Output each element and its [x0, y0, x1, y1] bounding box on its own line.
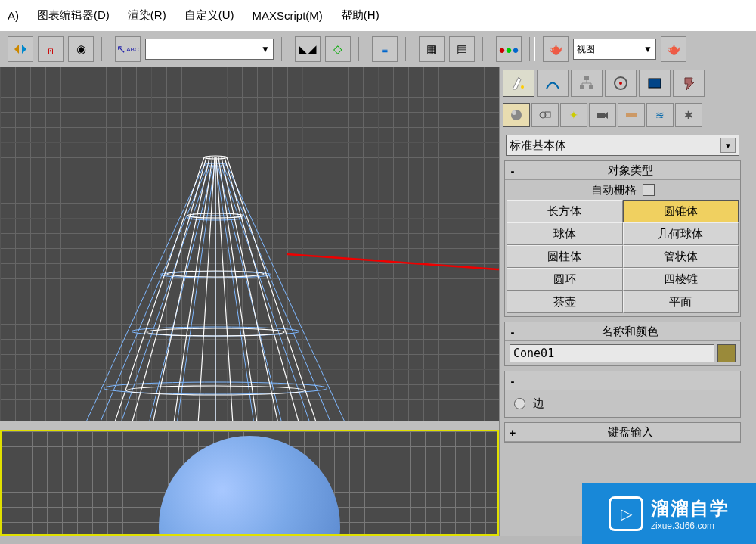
mirror-icon[interactable]: ◣◢: [295, 36, 321, 62]
svg-point-37: [521, 85, 524, 89]
panel-tabs: [500, 67, 745, 100]
autogrid-checkbox[interactable]: [643, 184, 655, 196]
creation-method-rollout: - 边: [504, 371, 741, 418]
selection-set-dropdown[interactable]: ▼: [145, 39, 274, 60]
primitive-cone[interactable]: 圆锥体: [623, 200, 739, 222]
svg-rect-38: [584, 76, 589, 80]
object-type-header[interactable]: - 对象类型: [505, 161, 740, 180]
shapes-tab[interactable]: [531, 103, 559, 127]
snap-icon[interactable]: ◉: [68, 36, 94, 62]
collapse-icon: -: [505, 375, 520, 387]
schematic-icon[interactable]: ▤: [449, 36, 475, 62]
panel-scrollbar[interactable]: [745, 67, 756, 536]
svg-point-49: [512, 110, 516, 115]
radio-edge[interactable]: [514, 398, 525, 409]
menu-item-graph[interactable]: 图表编辑器(D): [37, 8, 110, 23]
motion-tab[interactable]: [605, 70, 637, 97]
chevron-down-icon: ▼: [720, 138, 736, 153]
primitive-teapot[interactable]: 茶壶: [507, 291, 623, 313]
svg-line-22: [222, 157, 284, 421]
display-tab[interactable]: [639, 70, 671, 97]
menu-item-help[interactable]: 帮助(H): [341, 8, 380, 23]
menu-item-render[interactable]: 渲染(R): [128, 8, 166, 23]
primitive-box[interactable]: 长方体: [507, 200, 623, 222]
viewport-front[interactable]: x y x: [0, 67, 499, 421]
watermark: ▷ 溜溜自学 zixue.3d66.com: [582, 483, 756, 544]
align-icon[interactable]: ◇: [325, 36, 351, 62]
svg-rect-39: [580, 85, 584, 89]
curve-editor-icon[interactable]: ▦: [419, 36, 445, 62]
magnet-icon[interactable]: ⩀: [38, 36, 64, 62]
object-type-rollout: - 对象类型 自动栅格 长方体 圆锥体 球体 几何球体 圆柱体 管状体 圆环 四…: [504, 160, 741, 317]
hierarchy-tab[interactable]: [571, 70, 603, 97]
primitive-cylinder[interactable]: 圆柱体: [507, 245, 623, 268]
radio-edge-label: 边: [533, 396, 544, 411]
svg-point-46: [619, 82, 622, 85]
color-swatch[interactable]: [717, 344, 736, 362]
menu-item-maxscript[interactable]: MAXScript(M): [252, 9, 322, 22]
primitive-pyramid[interactable]: 四棱锥: [623, 268, 739, 291]
spacewarps-tab[interactable]: ≋: [646, 103, 674, 127]
menu-bar: A) 图表编辑器(D) 渲染(R) 自定义(U) MAXScript(M) 帮助…: [0, 0, 756, 31]
primitive-geosphere[interactable]: 几何球体: [623, 222, 739, 245]
svg-rect-40: [589, 85, 593, 89]
collapse-icon: -: [505, 325, 520, 338]
category-dropdown[interactable]: 标准基本体 ▼: [506, 135, 739, 156]
cone-shaded: [159, 436, 340, 536]
flip-icon[interactable]: [8, 36, 33, 62]
menu-item-a[interactable]: A): [8, 9, 19, 22]
primitive-tube[interactable]: 管状体: [623, 245, 739, 268]
collapse-icon: -: [505, 164, 520, 177]
svg-rect-52: [597, 113, 605, 118]
keyboard-header[interactable]: + 键盘输入: [505, 423, 740, 442]
select-abc-icon[interactable]: ↖ABC: [115, 36, 141, 62]
primitive-sphere[interactable]: 球体: [507, 222, 623, 245]
object-name-input[interactable]: [510, 344, 714, 362]
cameras-tab[interactable]: [589, 103, 616, 127]
name-color-rollout: - 名称和颜色: [504, 322, 741, 366]
menu-item-custom[interactable]: 自定义(U): [184, 8, 234, 23]
play-icon: ▷: [609, 496, 643, 531]
svg-rect-47: [649, 79, 661, 88]
geometry-tab[interactable]: [503, 103, 530, 127]
primitive-plane[interactable]: 平面: [623, 291, 739, 313]
svg-line-21: [147, 157, 209, 421]
primitive-torus[interactable]: 圆环: [507, 268, 623, 291]
render-setup-icon[interactable]: 🫖: [543, 36, 569, 62]
viewport-perspective[interactable]: [0, 430, 499, 536]
utilities-tab[interactable]: [673, 70, 705, 97]
lights-tab[interactable]: ✦: [560, 103, 587, 127]
keyboard-rollout: + 键盘输入: [504, 422, 741, 443]
create-subtabs: ✦ ≋ ✱: [500, 100, 745, 130]
svg-rect-53: [626, 113, 637, 117]
creation-method-header[interactable]: -: [505, 371, 740, 390]
collapse-icon: +: [505, 426, 520, 439]
command-panel: ✦ ≋ ✱ 标准基本体 ▼ - 对象类型 自动栅格 长方体 圆锥体 球体 几何球…: [499, 67, 745, 536]
autogrid-label: 自动栅格: [591, 183, 637, 197]
watermark-url: zixue.3d66.com: [651, 521, 714, 531]
modify-tab[interactable]: [537, 70, 569, 97]
quick-render-icon[interactable]: 🫖: [661, 36, 686, 62]
name-color-header[interactable]: - 名称和颜色: [505, 322, 740, 341]
main-toolbar: ⩀ ◉ ↖ABC ▼ ◣◢ ◇ ≡ ▦ ▤ ●●● 🫖 视图▼ 🫖: [0, 30, 756, 68]
create-tab[interactable]: [503, 70, 534, 97]
view-dropdown[interactable]: 视图▼: [573, 39, 656, 60]
material-icon[interactable]: ●●●: [496, 36, 522, 62]
cone-wireframe: [0, 67, 499, 421]
systems-tab[interactable]: ✱: [675, 103, 702, 127]
category-label: 标准基本体: [510, 138, 566, 153]
watermark-title: 溜溜自学: [651, 496, 730, 521]
helpers-tab[interactable]: [618, 103, 645, 127]
layers-icon[interactable]: ≡: [372, 36, 398, 62]
